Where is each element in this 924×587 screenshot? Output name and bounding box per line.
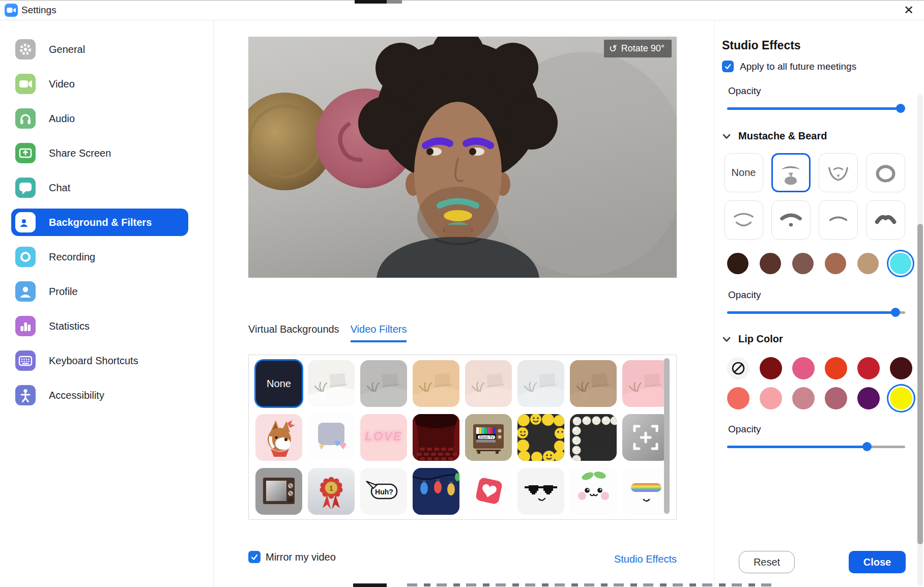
screen-artifact <box>407 583 773 586</box>
mustache-color-#2f1b12[interactable] <box>727 253 748 274</box>
lip-color-#f6f200[interactable] <box>890 387 912 409</box>
rotate-icon: ↺ <box>609 44 617 53</box>
close-icon[interactable]: ✕ <box>902 3 916 17</box>
opacity-slider-lip[interactable] <box>727 442 905 451</box>
sidebar-item-label: Chat <box>49 182 70 194</box>
filter-tile-text: LOVE <box>360 429 407 444</box>
sidebar-item-general[interactable]: General <box>0 32 213 67</box>
filter-tile-pink[interactable] <box>622 360 669 407</box>
lip-color-#c2202c[interactable] <box>857 357 880 379</box>
filter-tile-custom[interactable] <box>622 414 669 461</box>
mustache-option-none[interactable]: None <box>724 153 763 192</box>
mustache-beard-section-header[interactable]: Mustache & Beard <box>722 130 915 142</box>
rotate-90-button[interactable]: ↺ Rotate 90° <box>604 40 672 57</box>
svg-text:♥: ♥ <box>339 438 346 452</box>
mirror-my-video-label: Mirror my video <box>266 551 336 563</box>
lip-color-#ae6473[interactable] <box>825 387 847 409</box>
video-icon <box>15 74 36 94</box>
svg-text:♥: ♥ <box>319 442 324 452</box>
filter-tile-sepia[interactable] <box>570 360 617 407</box>
close-button[interactable]: Close <box>849 551 906 573</box>
mustache-color-#5a332a[interactable] <box>760 253 781 274</box>
sidebar-item-video[interactable]: Video <box>0 67 213 101</box>
filter-tile-cool[interactable] <box>517 360 564 407</box>
lip-color-#e73e1d[interactable] <box>825 357 847 379</box>
lip-color-#581263[interactable] <box>857 387 880 409</box>
filter-tile-gray[interactable] <box>360 360 407 407</box>
mustache-color-#7d5750[interactable] <box>792 253 814 274</box>
reset-button[interactable]: Reset <box>739 551 795 573</box>
filter-tile-bright[interactable] <box>308 360 355 407</box>
filter-tile-huh[interactable]: Huh? <box>360 468 407 515</box>
grid-scrollbar[interactable] <box>664 358 670 514</box>
filter-tile-shades[interactable] <box>517 468 564 515</box>
tab-video-filters[interactable]: Video Filters <box>351 324 407 342</box>
filter-tile-sprout[interactable] <box>570 468 617 515</box>
sidebar-item-bgfilters[interactable]: Background & Filters <box>0 205 213 240</box>
lip-color-#451114[interactable] <box>890 357 912 379</box>
lip-color-#e35a84[interactable] <box>792 357 815 379</box>
camera-preview: ↺ Rotate 90° <box>248 37 677 278</box>
sidebar-item-recording[interactable]: Recording <box>0 240 213 274</box>
sidebar-item-accessibility[interactable]: Accessibility <box>0 378 213 413</box>
lip-color-#f5a3a7[interactable] <box>760 387 782 409</box>
filter-tile-none[interactable]: None <box>255 360 302 407</box>
sidebar-item-profile[interactable]: Profile <box>0 274 213 309</box>
mustache-option-goatee[interactable] <box>819 153 858 192</box>
filter-tile-lights[interactable] <box>413 468 459 515</box>
sidebar-item-chat[interactable]: Chat <box>0 170 213 205</box>
share-icon <box>15 143 36 163</box>
zoom-logo-icon <box>5 4 18 17</box>
screen-artifact <box>353 583 387 587</box>
mustache-color-#bd9b79[interactable] <box>857 253 879 274</box>
lip-color-section-header[interactable]: Lip Color <box>722 333 915 345</box>
panel-scrollbar-thumb[interactable] <box>917 224 923 544</box>
lip-color-#f26b5e[interactable] <box>727 387 749 409</box>
studio-effects-panel: Studio Effects Apply to all future meeti… <box>714 20 924 587</box>
sidebar-item-label: Share Screen <box>49 148 111 159</box>
mirror-my-video-checkbox[interactable] <box>248 551 261 563</box>
filter-tile-zoomtv[interactable]: Zoom TV <box>465 414 512 461</box>
tab-virtual-backgrounds[interactable]: Virtual Backgrounds <box>248 324 339 342</box>
studio-effects-link[interactable]: Studio Effects <box>607 553 677 565</box>
sidebar-item-share[interactable]: Share Screen <box>0 136 213 170</box>
mustache-option-circle[interactable] <box>866 153 905 192</box>
window-top-edge <box>0 0 924 1</box>
mustache-color-#55e3ee[interactable] <box>890 253 911 274</box>
filter-tile-award[interactable]: 1 <box>308 468 355 515</box>
filter-tile-emoji-frame[interactable] <box>517 414 564 461</box>
mustache-option-chevron[interactable] <box>866 200 905 240</box>
opacity-slider-top[interactable] <box>727 104 905 113</box>
filter-tile-oldtv[interactable] <box>255 468 302 515</box>
mustache-color-#a66a50[interactable] <box>825 253 846 274</box>
bgfilters-icon <box>15 212 36 232</box>
sidebar-item-keyboard[interactable]: Keyboard Shortcuts <box>0 343 213 378</box>
lip-color-none[interactable] <box>727 357 749 379</box>
sidebar-item-statistics[interactable]: Statistics <box>0 309 213 343</box>
opacity-label-top: Opacity <box>728 85 915 97</box>
mustache-option-handlebar[interactable] <box>724 200 763 240</box>
filter-tile-rainbow[interactable] <box>622 468 669 515</box>
chevron-down-icon <box>722 132 731 141</box>
filter-tile-love[interactable]: LOVE <box>360 414 407 461</box>
filter-tile-heart-sticker[interactable] <box>465 468 512 515</box>
statistics-icon <box>15 316 36 336</box>
lip-color-#7a1012[interactable] <box>760 357 782 379</box>
apply-to-all-checkbox[interactable] <box>722 61 734 72</box>
lip-color-#c9868f[interactable] <box>792 387 815 409</box>
filter-tile-pearls[interactable] <box>570 414 617 461</box>
filter-tile-blush[interactable] <box>465 360 512 407</box>
mustache-option-thick[interactable] <box>771 200 811 240</box>
mustache-option-full[interactable] <box>771 153 811 192</box>
filter-tile-theater[interactable] <box>413 414 459 461</box>
sidebar-item-label: Audio <box>49 113 75 125</box>
sidebar-item-audio[interactable]: Audio <box>0 101 213 136</box>
apply-to-all-label: Apply to all future meetings <box>740 61 856 72</box>
filter-tile-corgi[interactable] <box>255 414 302 461</box>
mustache-option-thin[interactable] <box>819 200 858 240</box>
studio-effects-title: Studio Effects <box>722 39 915 52</box>
sidebar-item-label: Accessibility <box>49 390 104 401</box>
filter-tile-hearts[interactable]: ♥♥♥ <box>308 414 355 461</box>
opacity-slider-mustache[interactable] <box>727 308 905 317</box>
filter-tile-warm[interactable] <box>413 360 459 407</box>
